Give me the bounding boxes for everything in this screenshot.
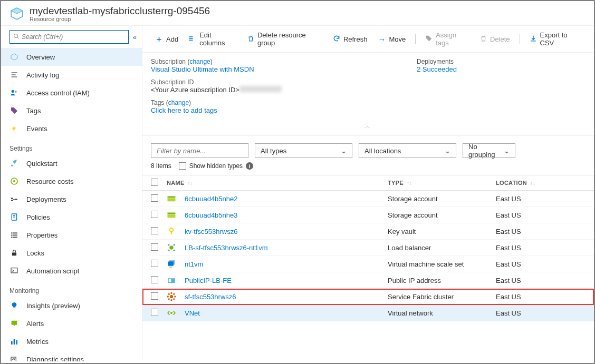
resource-location: East US	[496, 195, 586, 203]
trash-icon	[247, 35, 254, 44]
plus-icon: ＋	[155, 34, 163, 44]
sidebar-item-label: Policies	[26, 213, 50, 221]
sidebar-item-resource-costs[interactable]: Resource costs	[1, 172, 142, 190]
table-row[interactable]: 6cbuuad4b5nhe2Storage accountEast US	[142, 191, 594, 207]
chevron-down-icon: ⌄	[504, 147, 510, 155]
svg-point-8	[12, 90, 14, 93]
svg-rect-39	[168, 198, 176, 201]
change-tags-link[interactable]: change	[168, 99, 189, 106]
row-checkbox[interactable]	[151, 243, 158, 251]
row-checkbox[interactable]	[151, 211, 158, 218]
resource-name-link[interactable]: LB-sf-tfsc553hrwsz6-nt1vm	[185, 244, 268, 252]
row-checkbox[interactable]	[151, 227, 158, 234]
info-icon[interactable]: i	[246, 162, 253, 170]
column-header-type[interactable]: TYPE↑↓	[388, 179, 496, 187]
delete-rg-button[interactable]: Delete resource group	[243, 29, 327, 49]
resource-location: East US	[496, 293, 586, 301]
resource-name-link[interactable]: sf-tfsc553hrwsz6	[185, 293, 236, 301]
resource-name-link[interactable]: kv-tfsc553hrwsz6	[185, 228, 237, 235]
subscription-value[interactable]: Visual Studio Ultimate with MSDN	[151, 65, 254, 73]
svg-rect-30	[16, 340, 17, 345]
svg-point-11	[13, 180, 15, 182]
export-csv-button[interactable]: Export to CSV	[525, 29, 586, 49]
filter-locations-select[interactable]: All locations⌄	[359, 143, 456, 158]
sidebar-item-policies[interactable]: Policies	[1, 208, 142, 226]
svg-rect-13	[11, 200, 13, 201]
sidebar-item-quickstart[interactable]: Quickstart	[1, 154, 142, 172]
sidebar-item-deployments[interactable]: Deployments	[1, 190, 142, 208]
row-checkbox[interactable]	[151, 260, 158, 267]
download-icon	[530, 35, 537, 44]
filter-name-input[interactable]	[151, 143, 248, 158]
collapse-essentials-icon[interactable]: ︿	[151, 120, 586, 130]
sidebar-item-locks[interactable]: Locks	[1, 244, 142, 262]
search-input-container[interactable]	[9, 30, 129, 44]
show-hidden-label: Show hidden types	[189, 162, 243, 170]
separator	[415, 34, 416, 44]
add-tags-link[interactable]: Click here to add tags	[151, 106, 217, 114]
select-all-checkbox[interactable]	[151, 179, 158, 186]
sidebar-item-metrics[interactable]: Metrics	[1, 332, 142, 350]
svg-rect-35	[191, 37, 193, 38]
sidebar-item-label: Events	[26, 125, 47, 133]
filter-grouping-select[interactable]: No grouping⌄	[463, 143, 515, 158]
deployments-label: Deployments	[417, 58, 575, 65]
add-button[interactable]: ＋Add	[151, 32, 183, 46]
sidebar-item-access-control[interactable]: Access control (IAM)	[1, 84, 142, 102]
row-checkbox[interactable]	[151, 194, 158, 202]
column-header-location[interactable]: LOCATION↑↓	[496, 179, 586, 187]
deployments-value[interactable]: 2 Succeeded	[417, 65, 457, 73]
sidebar-item-alerts[interactable]: Alerts	[1, 314, 142, 332]
chevron-down-icon: ⌄	[341, 147, 347, 155]
tag-icon	[425, 35, 433, 44]
table-row[interactable]: nt1vmVirtual machine scale setEast US	[142, 256, 594, 272]
svg-rect-51	[169, 267, 172, 268]
metrics-icon	[9, 337, 19, 346]
sidebar-item-label: Access control (IAM)	[26, 89, 90, 97]
resource-type-icon	[167, 243, 176, 252]
trash-icon	[480, 35, 487, 44]
sidebar-item-automation-script[interactable]: Automation script	[1, 262, 142, 280]
row-checkbox[interactable]	[151, 276, 158, 283]
svg-point-46	[173, 244, 175, 246]
row-checkbox[interactable]	[151, 292, 158, 300]
svg-rect-50	[168, 262, 174, 266]
sidebar-item-activity-log[interactable]: Activity log	[1, 66, 142, 84]
chevron-down-icon: ⌄	[445, 147, 450, 155]
search-input[interactable]	[22, 33, 125, 41]
filter-types-select[interactable]: All types⌄	[255, 143, 352, 158]
resource-name-link[interactable]: nt1vm	[185, 260, 203, 268]
resource-table: NAME↑↓ TYPE↑↓ LOCATION↑↓ 6cbuuad4b5nhe2S…	[142, 175, 594, 321]
table-row[interactable]: PublicIP-LB-FEPublic IP addressEast US	[142, 272, 594, 289]
sidebar-item-events[interactable]: Events	[1, 120, 142, 137]
table-row[interactable]: VNetVirtual networkEast US	[142, 305, 594, 321]
table-row[interactable]: 6cbuuad4b5nhe3Storage accountEast US	[142, 207, 594, 223]
row-checkbox[interactable]	[151, 309, 158, 316]
column-header-name[interactable]: NAME↑↓	[167, 179, 388, 187]
show-hidden-checkbox[interactable]	[179, 162, 186, 170]
sidebar-item-overview[interactable]: Overview	[1, 48, 142, 66]
edit-columns-button[interactable]: Edit columns	[185, 29, 241, 49]
refresh-button[interactable]: Refresh	[329, 33, 372, 46]
move-button[interactable]: →Move	[373, 33, 410, 46]
sidebar-item-diagnostic-settings[interactable]: Diagnostic settings	[1, 350, 142, 361]
resource-type: Storage account	[388, 211, 496, 219]
sidebar-item-insights[interactable]: Insights (preview)	[1, 297, 142, 314]
content-area: ＋Add Edit columns Delete resource group …	[142, 26, 594, 361]
sidebar-item-tags[interactable]: Tags	[1, 102, 142, 120]
table-row[interactable]: sf-tfsc553hrwsz6Service Fabric clusterEa…	[142, 289, 594, 305]
svg-rect-20	[13, 232, 17, 233]
resource-name-link[interactable]: VNet	[185, 309, 200, 317]
sidebar-item-label: Deployments	[26, 195, 66, 203]
change-subscription-link[interactable]: change	[189, 58, 210, 65]
table-row[interactable]: kv-tfsc553hrwsz6Key vaultEast US	[142, 223, 594, 240]
resource-name-link[interactable]: 6cbuuad4b5nhe2	[185, 195, 238, 203]
properties-icon	[9, 230, 19, 240]
resource-name-link[interactable]: PublicIP-LB-FE	[185, 277, 232, 284]
sidebar-item-label: Alerts	[26, 320, 44, 328]
resource-name-link[interactable]: 6cbuuad4b5nhe3	[185, 211, 238, 219]
table-row[interactable]: LB-sf-tfsc553hrwsz6-nt1vmLoad balancerEa…	[142, 240, 594, 256]
sidebar-item-properties[interactable]: Properties	[1, 226, 142, 244]
collapse-sidebar-icon[interactable]: «	[133, 33, 137, 41]
people-icon	[9, 88, 19, 97]
